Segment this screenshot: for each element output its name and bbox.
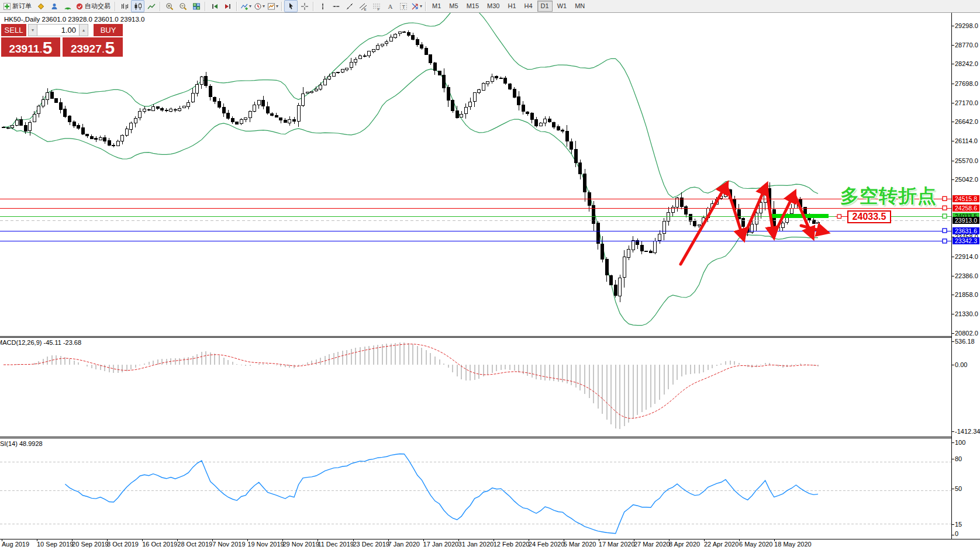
annotation-text: 多空转折点 [840,184,937,209]
toolbar-separator [425,2,426,11]
chartshift-icon [224,2,232,11]
sell-price-frac: 5 [43,40,53,56]
volume-decrease-button[interactable]: ▾ [28,24,37,36]
rsi-indicator-label: RSI(14) 48.9928 [0,440,43,447]
svg-text:F: F [377,7,379,11]
toolbar-separator [313,2,314,11]
timeframe-d1-button[interactable]: D1 [537,1,553,12]
person-icon [50,2,58,11]
indicators-icon [240,2,249,11]
indicators-button[interactable]: ▾ [239,0,253,12]
toolbar-separator [281,2,282,11]
text-button[interactable]: A [383,0,396,12]
chevron-down-icon[interactable]: ▾ [276,4,278,9]
buy-price-frac: 5 [105,40,115,56]
price-level-label: 24033.5 [847,210,891,223]
svg-text:E: E [364,7,366,11]
autotrading-button[interactable]: 自动交易 [74,0,113,12]
buy-price[interactable]: 23927.5 [63,37,123,57]
toolbar-separator [115,2,116,11]
tile-windows-button[interactable] [189,0,203,12]
timeframe-m5-button[interactable]: M5 [446,1,461,12]
arrows-button[interactable]: ▾ [410,0,423,12]
trend-icon [346,2,354,11]
autoscroll-icon [211,2,219,11]
line-chart-button[interactable] [144,0,158,12]
buy-price-main: 23927 [71,42,102,56]
timeframe-m15-button[interactable]: M15 [463,1,482,12]
autotrading-button-label: 自动交易 [85,2,111,11]
hline-icon [332,2,340,11]
volume-increase-button[interactable]: ▴ [79,24,88,36]
volume-input[interactable]: 1.00 [37,24,79,36]
signals-button[interactable] [61,0,74,12]
signal-icon [64,2,72,11]
chart-canvas[interactable] [0,0,980,550]
chevron-down-icon: ▾ [32,27,34,33]
zoom-in-button[interactable] [163,0,176,12]
symbol-ohlc-line: HK50-,Daily 23601.0 23928.0 23601.0 2391… [4,16,144,23]
toolbar: 新订单自动交易▾▾▾EFAT▾M1M5M15M30H1H4D1W1MN [0,0,980,13]
bar-chart-button[interactable] [118,0,131,12]
cursor-icon [287,2,295,11]
crosshair-icon [301,2,309,11]
svg-text:T: T [402,4,405,9]
chevron-up-icon: ▴ [82,27,85,33]
new-order-button[interactable]: 新订单 [2,0,34,12]
cursor-button[interactable] [284,0,298,12]
timeframe-m30-button[interactable]: M30 [484,1,503,12]
chevron-down-icon[interactable]: ▾ [263,4,265,9]
auto-scroll-button[interactable] [208,0,221,12]
buy-price-dot: . [102,45,105,56]
toolbar-separator [160,2,161,11]
fibonacci-button[interactable]: F [370,0,383,12]
sell-price-main: 23911 [9,42,39,56]
autotrade-icon [75,2,84,11]
channel-icon: E [359,2,367,11]
chart-shift-button[interactable] [221,0,234,12]
chevron-down-icon[interactable]: ▾ [420,4,422,9]
timeframe-h1-button[interactable]: H1 [504,1,519,12]
macd-indicator-label: MACD(12,26,9) -45.11 -23.68 [0,339,81,346]
vline-icon [319,2,327,11]
timeframe-mn-button[interactable]: MN [571,1,588,12]
sell-price-dot: . [40,45,42,56]
periods-button[interactable]: ▾ [253,0,266,12]
vertical-line-button[interactable] [316,0,329,12]
crosshair-button[interactable] [298,0,311,12]
bars-icon [120,2,129,11]
new-order-button-label: 新订单 [12,2,32,11]
tiles-icon [192,2,201,11]
equidistant-channel-button[interactable]: E [356,0,370,12]
text-label-button[interactable]: T [396,0,410,12]
labelT-icon: T [399,2,408,11]
trendline-button[interactable] [343,0,356,12]
horizontal-line-button[interactable] [329,0,343,12]
mql5-community-icon[interactable] [34,0,47,12]
arrows-icon [411,2,419,11]
linechart-icon [147,2,156,11]
candles-icon [134,2,142,11]
zoom-in-icon [165,2,174,11]
market-watch-button[interactable] [47,0,61,12]
template-icon [267,2,275,11]
new-order-icon [3,2,11,11]
clock-icon [254,2,262,11]
templates-button[interactable]: ▾ [266,0,279,12]
timeframe-w1-button[interactable]: W1 [554,1,571,12]
toolbar-separator [236,2,237,11]
svg-text:A: A [388,3,392,10]
sell-button[interactable]: SELL [1,24,26,36]
diamond-icon [37,2,45,11]
candlestick-chart-button[interactable] [131,0,144,12]
zoom-out-button[interactable] [176,0,189,12]
toolbar-separator [205,2,206,11]
sell-price[interactable]: 23911.5 [1,37,60,57]
fibo-icon: F [372,2,381,11]
timeframe-m1-button[interactable]: M1 [429,1,444,12]
timeframe-h4-button[interactable]: H4 [521,1,536,12]
buy-button[interactable]: BUY [94,24,123,36]
textA-icon: A [386,2,394,11]
chevron-down-icon[interactable]: ▾ [249,4,251,9]
zoom-out-icon [179,2,187,11]
